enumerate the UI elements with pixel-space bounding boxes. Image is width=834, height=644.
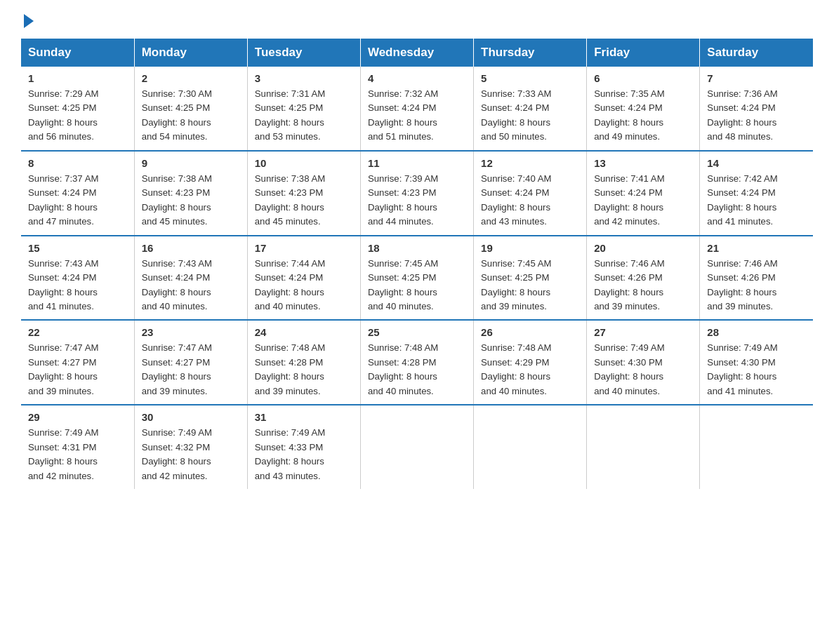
calendar-cell: 11Sunrise: 7:39 AMSunset: 4:23 PMDayligh…: [360, 151, 473, 236]
calendar-cell: 5Sunrise: 7:33 AMSunset: 4:24 PMDaylight…: [474, 67, 587, 151]
day-number: 14: [707, 157, 806, 169]
day-info: Sunrise: 7:46 AMSunset: 4:26 PMDaylight:…: [707, 257, 806, 314]
calendar-cell: 16Sunrise: 7:43 AMSunset: 4:24 PMDayligh…: [134, 236, 247, 321]
day-number: 29: [28, 411, 127, 423]
calendar-cell: 27Sunrise: 7:49 AMSunset: 4:30 PMDayligh…: [587, 320, 700, 405]
day-number: 13: [594, 157, 692, 169]
day-info: Sunrise: 7:49 AMSunset: 4:33 PMDaylight:…: [255, 426, 353, 483]
calendar-cell: 3Sunrise: 7:31 AMSunset: 4:25 PMDaylight…: [247, 67, 360, 151]
day-info: Sunrise: 7:49 AMSunset: 4:31 PMDaylight:…: [28, 426, 127, 483]
header-thursday: Thursday: [474, 39, 587, 67]
logo-general: [21, 14, 34, 28]
day-number: 18: [368, 242, 466, 254]
calendar-cell: 25Sunrise: 7:48 AMSunset: 4:28 PMDayligh…: [360, 320, 473, 405]
day-number: 7: [707, 72, 806, 84]
day-number: 26: [481, 326, 579, 338]
calendar-cell: 14Sunrise: 7:42 AMSunset: 4:24 PMDayligh…: [700, 151, 813, 236]
day-number: 30: [142, 411, 240, 423]
day-number: 20: [594, 242, 692, 254]
calendar-week-row: 8Sunrise: 7:37 AMSunset: 4:24 PMDaylight…: [21, 151, 813, 236]
calendar-cell: 8Sunrise: 7:37 AMSunset: 4:24 PMDaylight…: [21, 151, 134, 236]
day-number: 9: [142, 157, 240, 169]
header-saturday: Saturday: [700, 39, 813, 67]
logo: [21, 14, 34, 25]
day-number: 15: [28, 242, 127, 254]
day-info: Sunrise: 7:48 AMSunset: 4:28 PMDaylight:…: [368, 341, 466, 398]
calendar-week-row: 1Sunrise: 7:29 AMSunset: 4:25 PMDaylight…: [21, 67, 813, 151]
calendar-cell: 17Sunrise: 7:44 AMSunset: 4:24 PMDayligh…: [247, 236, 360, 321]
header-wednesday: Wednesday: [360, 39, 473, 67]
calendar-week-row: 22Sunrise: 7:47 AMSunset: 4:27 PMDayligh…: [21, 320, 813, 405]
day-number: 24: [255, 326, 353, 338]
day-info: Sunrise: 7:36 AMSunset: 4:24 PMDaylight:…: [707, 87, 806, 145]
calendar-cell: 1Sunrise: 7:29 AMSunset: 4:25 PMDaylight…: [21, 67, 134, 151]
day-number: 10: [255, 157, 353, 169]
day-number: 23: [142, 326, 240, 338]
day-number: 4: [368, 72, 466, 84]
calendar-cell: 2Sunrise: 7:30 AMSunset: 4:25 PMDaylight…: [134, 67, 247, 151]
day-number: 27: [594, 326, 692, 338]
calendar-cell: 4Sunrise: 7:32 AMSunset: 4:24 PMDaylight…: [360, 67, 473, 151]
day-info: Sunrise: 7:45 AMSunset: 4:25 PMDaylight:…: [368, 257, 466, 314]
calendar-cell: [474, 405, 587, 489]
day-info: Sunrise: 7:40 AMSunset: 4:24 PMDaylight:…: [481, 172, 579, 229]
calendar-cell: 31Sunrise: 7:49 AMSunset: 4:33 PMDayligh…: [247, 405, 360, 489]
calendar-cell: 20Sunrise: 7:46 AMSunset: 4:26 PMDayligh…: [587, 236, 700, 321]
day-info: Sunrise: 7:45 AMSunset: 4:25 PMDaylight:…: [481, 257, 579, 314]
day-number: 21: [707, 242, 806, 254]
header-friday: Friday: [587, 39, 700, 67]
calendar-cell: 13Sunrise: 7:41 AMSunset: 4:24 PMDayligh…: [587, 151, 700, 236]
calendar-cell: 29Sunrise: 7:49 AMSunset: 4:31 PMDayligh…: [21, 405, 134, 489]
calendar-cell: [700, 405, 813, 489]
header-sunday: Sunday: [21, 39, 134, 67]
logo-arrow-icon: [24, 14, 34, 28]
day-number: 6: [594, 72, 692, 84]
day-info: Sunrise: 7:49 AMSunset: 4:32 PMDaylight:…: [142, 426, 240, 483]
day-info: Sunrise: 7:35 AMSunset: 4:24 PMDaylight:…: [594, 87, 692, 145]
calendar-cell: 12Sunrise: 7:40 AMSunset: 4:24 PMDayligh…: [474, 151, 587, 236]
calendar-header-row: SundayMondayTuesdayWednesdayThursdayFrid…: [21, 39, 813, 67]
day-info: Sunrise: 7:38 AMSunset: 4:23 PMDaylight:…: [142, 172, 240, 229]
day-info: Sunrise: 7:32 AMSunset: 4:24 PMDaylight:…: [368, 87, 466, 145]
day-number: 31: [255, 411, 353, 423]
day-info: Sunrise: 7:48 AMSunset: 4:29 PMDaylight:…: [481, 341, 579, 398]
day-info: Sunrise: 7:31 AMSunset: 4:25 PMDaylight:…: [255, 87, 353, 145]
calendar-cell: 6Sunrise: 7:35 AMSunset: 4:24 PMDaylight…: [587, 67, 700, 151]
calendar-cell: 18Sunrise: 7:45 AMSunset: 4:25 PMDayligh…: [360, 236, 473, 321]
day-number: 17: [255, 242, 353, 254]
day-info: Sunrise: 7:42 AMSunset: 4:24 PMDaylight:…: [707, 172, 806, 229]
day-info: Sunrise: 7:46 AMSunset: 4:26 PMDaylight:…: [594, 257, 692, 314]
day-number: 8: [28, 157, 127, 169]
day-number: 1: [28, 72, 127, 84]
calendar-cell: 10Sunrise: 7:38 AMSunset: 4:23 PMDayligh…: [247, 151, 360, 236]
day-number: 25: [368, 326, 466, 338]
calendar-cell: 23Sunrise: 7:47 AMSunset: 4:27 PMDayligh…: [134, 320, 247, 405]
calendar-cell: 24Sunrise: 7:48 AMSunset: 4:28 PMDayligh…: [247, 320, 360, 405]
page-header: [21, 14, 813, 25]
day-number: 11: [368, 157, 466, 169]
day-info: Sunrise: 7:38 AMSunset: 4:23 PMDaylight:…: [255, 172, 353, 229]
day-number: 2: [142, 72, 240, 84]
calendar-cell: 30Sunrise: 7:49 AMSunset: 4:32 PMDayligh…: [134, 405, 247, 489]
calendar-cell: 28Sunrise: 7:49 AMSunset: 4:30 PMDayligh…: [700, 320, 813, 405]
day-info: Sunrise: 7:30 AMSunset: 4:25 PMDaylight:…: [142, 87, 240, 145]
day-info: Sunrise: 7:33 AMSunset: 4:24 PMDaylight:…: [481, 87, 579, 145]
day-number: 12: [481, 157, 579, 169]
day-number: 28: [707, 326, 806, 338]
calendar-week-row: 15Sunrise: 7:43 AMSunset: 4:24 PMDayligh…: [21, 236, 813, 321]
day-info: Sunrise: 7:49 AMSunset: 4:30 PMDaylight:…: [594, 341, 692, 398]
calendar-cell: [360, 405, 473, 489]
calendar-table: SundayMondayTuesdayWednesdayThursdayFrid…: [21, 39, 813, 489]
day-number: 3: [255, 72, 353, 84]
day-info: Sunrise: 7:47 AMSunset: 4:27 PMDaylight:…: [28, 341, 127, 398]
day-number: 5: [481, 72, 579, 84]
day-info: Sunrise: 7:43 AMSunset: 4:24 PMDaylight:…: [142, 257, 240, 314]
header-tuesday: Tuesday: [247, 39, 360, 67]
day-info: Sunrise: 7:49 AMSunset: 4:30 PMDaylight:…: [707, 341, 806, 398]
day-info: Sunrise: 7:41 AMSunset: 4:24 PMDaylight:…: [594, 172, 692, 229]
day-info: Sunrise: 7:37 AMSunset: 4:24 PMDaylight:…: [28, 172, 127, 229]
day-info: Sunrise: 7:47 AMSunset: 4:27 PMDaylight:…: [142, 341, 240, 398]
calendar-cell: 7Sunrise: 7:36 AMSunset: 4:24 PMDaylight…: [700, 67, 813, 151]
calendar-cell: [587, 405, 700, 489]
day-number: 22: [28, 326, 127, 338]
